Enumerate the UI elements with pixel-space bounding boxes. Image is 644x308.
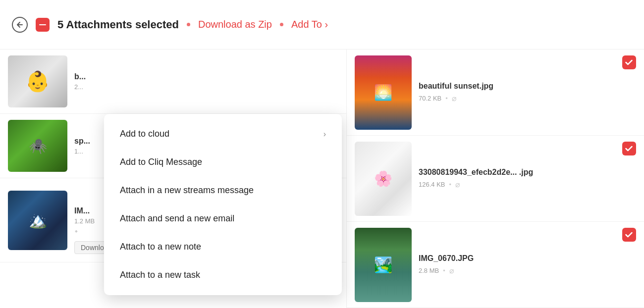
list-item: 🌅 beautiful sunset.jpg 70.2 KB • ⌀	[347, 50, 644, 136]
checkbox-checked[interactable]	[622, 142, 636, 155]
attachment-info: IMG_0670.JPG 2.8 MB • ⌀	[419, 254, 474, 275]
size-text: 70.2 KB	[419, 95, 441, 102]
list-item: 👶 b... 2...	[0, 50, 346, 114]
dropdown-item-attach-note[interactable]: Attach to a new note	[104, 233, 342, 261]
attachment-info: 33080819943_efecb2d2e... .jpg 126.4 KB •…	[419, 168, 533, 189]
attachment-thumbnail: 🌅	[355, 55, 412, 130]
attachment-thumbnail: 🏔️	[8, 191, 67, 250]
dot-spacer: •	[449, 181, 452, 188]
size-text: 2.8 MB	[419, 267, 439, 274]
dropdown-item-add-to-cloud[interactable]: Add to cloud ›	[104, 120, 342, 148]
list-item: 🏞️ IMG_0670.JPG 2.8 MB • ⌀	[347, 222, 644, 308]
attachment-name: b...	[74, 72, 86, 81]
water-image: 🏞️	[355, 228, 412, 302]
attachment-info: sp... 1...	[74, 137, 90, 155]
attachment-thumbnail: 👶	[8, 55, 67, 107]
attachment-size: 1...	[74, 148, 90, 155]
download-as-zip-link[interactable]: Download as Zip	[198, 19, 272, 30]
size-text: 126.4 KB	[419, 181, 445, 188]
deselect-button[interactable]	[36, 18, 50, 32]
dropdown-item-add-to-cliq[interactable]: Add to Cliq Message	[104, 148, 342, 176]
flower-image: 🌸	[355, 142, 412, 216]
svg-rect-0	[39, 24, 46, 25]
dropdown-item-attach-streams[interactable]: Attach in a new streams message	[104, 176, 342, 205]
attachment-name: IM...	[74, 206, 95, 215]
dropdown-item-label: Add to cloud	[120, 129, 169, 139]
attachment-name: sp...	[74, 137, 90, 146]
attachment-thumbnail: 🕷️	[8, 120, 67, 172]
attachment-info: b... 2...	[74, 72, 86, 91]
dropdown-item-label: Attach to a new task	[120, 270, 200, 280]
attachment-name: beautiful sunset.jpg	[419, 82, 493, 91]
attachment-size: 1.2 MB	[74, 217, 95, 225]
attachment-info: IM... 1.2 MB ⬥	[74, 206, 95, 234]
attachments-count-label: 5 Attachments selected	[57, 18, 179, 31]
attachment-size-row: 2.8 MB • ⌀	[419, 266, 474, 275]
dropdown-item-label: Attach in a new streams message	[120, 185, 254, 196]
dropdown-item-label: Attach to a new note	[120, 242, 201, 252]
attachment-thumbnail: 🌸	[355, 142, 412, 216]
dropdown-item-label: Add to Cliq Message	[120, 157, 202, 167]
dropdown-item-attach-task[interactable]: Attach to a new task	[104, 261, 342, 289]
baby-image: 👶	[8, 55, 67, 107]
top-bar: 5 Attachments selected Download as Zip A…	[0, 0, 644, 50]
dropdown-item-attach-email[interactable]: Attach and send a new email	[104, 205, 342, 233]
attachment-name: 33080819943_efecb2d2e... .jpg	[419, 168, 533, 177]
right-column: 🌅 beautiful sunset.jpg 70.2 KB • ⌀ 🌸	[347, 50, 644, 308]
tag-icon: ⌀	[449, 266, 454, 275]
sunset-image: 🌅	[355, 55, 412, 130]
attachment-info: beautiful sunset.jpg 70.2 KB • ⌀	[419, 82, 493, 103]
dropdown-menu: Add to cloud › Add to Cliq Message Attac…	[104, 114, 342, 295]
tag-icon: ⌀	[452, 94, 457, 103]
dropdown-item-label: Attach and send a new email	[120, 213, 234, 224]
content-area: 👶 b... 2... 🕷️ sp... 1... 🏔️ IM...	[0, 50, 644, 308]
tag-icon: ⬥	[74, 227, 95, 234]
dot-separator-1	[187, 23, 190, 26]
spider-image: 🕷️	[8, 120, 67, 172]
attachment-size-row: 126.4 KB • ⌀	[419, 180, 533, 189]
landscape-image: 🏔️	[8, 191, 67, 250]
list-item: 🌸 33080819943_efecb2d2e... .jpg 126.4 KB…	[347, 136, 644, 222]
checkbox-checked[interactable]	[622, 228, 636, 242]
add-to-link[interactable]: Add To ›	[291, 19, 328, 30]
attachment-size: 2...	[74, 83, 86, 91]
left-column: 👶 b... 2... 🕷️ sp... 1... 🏔️ IM...	[0, 50, 347, 308]
chevron-right-icon: ›	[323, 130, 326, 139]
attachment-name: IMG_0670.JPG	[419, 254, 474, 263]
checkbox-checked[interactable]	[622, 55, 636, 69]
dot-spacer: •	[443, 267, 445, 274]
tag-icon: ⌀	[455, 180, 460, 189]
attachment-thumbnail: 🏞️	[355, 228, 412, 302]
dot-separator-2	[280, 23, 283, 26]
attachment-size-row: 70.2 KB • ⌀	[419, 94, 493, 103]
collapse-button[interactable]	[12, 17, 28, 33]
dot-spacer: •	[445, 95, 448, 102]
